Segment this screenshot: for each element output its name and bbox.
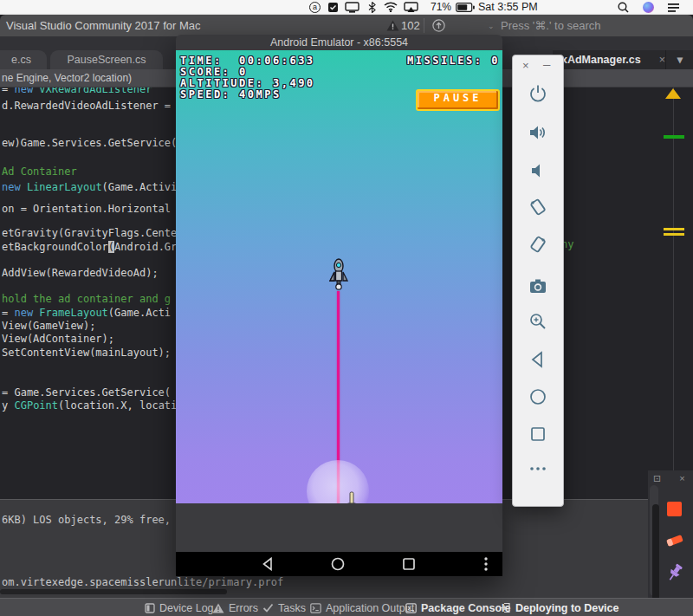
vertical-scrollbar-track[interactable] xyxy=(650,485,658,596)
menubar-clock[interactable]: Sat 3:55 PM xyxy=(478,1,538,13)
orange-square-tool-icon[interactable] xyxy=(667,502,682,516)
siri-icon xyxy=(643,2,654,13)
vs-statusbar: Device Log Errors Tasks Application Outp… xyxy=(0,598,693,616)
hud-score: SCORE: 0 xyxy=(180,66,248,78)
tab-close-icon[interactable]: × xyxy=(659,50,665,69)
android-emulator-window: Android Emulator - x86:5554 TIME: 00:06:… xyxy=(176,35,502,576)
bubble-sprite xyxy=(307,460,369,503)
hud-speed: SPEED: 40MPS xyxy=(180,88,282,101)
rocket-sprite xyxy=(328,258,349,293)
statusbar-deploying[interactable]: Deploying to Device xyxy=(500,599,619,616)
android-back-icon[interactable] xyxy=(261,557,275,571)
launcher-figure-sprite xyxy=(345,490,359,503)
code-line: = new VXRewardAdListener xyxy=(2,87,152,95)
statusbar-package-console[interactable]: Package Console xyxy=(405,599,511,616)
warning-icon[interactable] xyxy=(386,20,399,31)
macos-menubar: a 71% Sat 3:55 PM xyxy=(0,0,693,15)
volume-up-button[interactable] xyxy=(528,122,548,143)
vs-search-field[interactable]: Press '⌘.' to search xyxy=(501,19,601,32)
code-line: ew)Game.Services.GetService( xyxy=(2,137,177,149)
android-menu-dots-icon[interactable] xyxy=(483,556,489,572)
code-line: hold the ad container and g xyxy=(2,293,171,305)
screenshot-button[interactable] xyxy=(528,276,548,297)
code-line: = new FrameLayout(Game.Acti xyxy=(2,307,171,319)
notification-center-icon[interactable] xyxy=(667,1,680,13)
margin-yellow-marker-1[interactable] xyxy=(664,228,684,230)
output-line-gc: 6KB) LOS objects, 29% free, 9MB xyxy=(2,514,176,526)
hud-missiles: MISSILES: 0 xyxy=(407,55,500,67)
statusbar-application-output[interactable]: Application Output xyxy=(310,599,414,616)
update-icon[interactable] xyxy=(432,19,445,32)
terminal-icon xyxy=(405,603,417,613)
android-overview-icon[interactable] xyxy=(402,557,416,571)
margin-warning-triangle-icon[interactable] xyxy=(665,88,681,99)
titlebar-separator xyxy=(424,18,424,33)
overview-button[interactable] xyxy=(528,424,548,444)
horizontal-scrollbar[interactable] xyxy=(0,589,227,594)
code-line: new LinearLayout(Game.Activi xyxy=(2,181,177,193)
tab-dropdown-button[interactable]: ▾ xyxy=(665,50,693,69)
display-icon xyxy=(345,2,359,13)
tab-partial-left[interactable]: e.cs xyxy=(0,50,47,69)
margin-green-marker[interactable] xyxy=(664,135,684,139)
code-line: Ad Container xyxy=(2,165,77,178)
battery-icon xyxy=(456,3,475,12)
code-line: on = Orientation.Horizontal xyxy=(2,203,171,215)
home-button[interactable] xyxy=(528,386,548,407)
emulator-titlebar[interactable]: Android Emulator - x86:5554 xyxy=(176,35,502,50)
tab-pausescreen[interactable]: PauseScreen.cs xyxy=(50,50,163,69)
search-chevron-icon: ⌄ xyxy=(488,22,495,30)
dock-header-icons[interactable]: ⊡ × xyxy=(653,473,693,484)
siri-menu-icon[interactable] xyxy=(643,1,654,13)
terminal-icon xyxy=(310,603,321,613)
statusbar-errors[interactable]: Errors xyxy=(212,599,258,616)
code-line: d.RewardedVideoAdListener = xyxy=(2,100,171,112)
code-line: View(GameView); xyxy=(2,320,95,332)
checkbox-menu-icon[interactable] xyxy=(327,1,339,13)
pin-tool-icon[interactable] xyxy=(666,562,683,583)
emulator-toolbar-panel: × – xyxy=(512,55,564,507)
statusbar-device-log[interactable]: Device Log xyxy=(145,599,214,616)
airplay-menu-icon[interactable] xyxy=(404,1,418,13)
spotlight-menu-icon[interactable] xyxy=(618,1,629,13)
airplay-icon xyxy=(404,2,418,13)
deploy-icon xyxy=(500,602,511,613)
battery-percent: 71% xyxy=(431,1,451,13)
emulator-screen[interactable]: TIME: 00:06:633 SCORE: 0 ALTITIUDE: 3,49… xyxy=(176,50,502,503)
wifi-menu-icon[interactable] xyxy=(384,1,398,13)
panel-close-button[interactable]: × xyxy=(522,59,529,72)
android-home-icon[interactable] xyxy=(331,557,345,571)
rotate-left-button[interactable] xyxy=(528,197,548,217)
bluetooth-icon xyxy=(368,2,376,13)
pause-button[interactable]: PAUSE xyxy=(416,89,500,111)
margin-yellow-marker-2[interactable] xyxy=(664,233,684,236)
code-line: SetContentView(mainLayout); xyxy=(2,347,171,359)
vertical-scrollbar-thumb[interactable] xyxy=(652,504,659,604)
rotate-right-button[interactable] xyxy=(528,234,548,255)
statusbar-tasks[interactable]: Tasks xyxy=(262,599,306,616)
tab-admanager[interactable]: xAdManager.cs × xyxy=(553,50,672,69)
panel-minimize-button[interactable]: – xyxy=(543,56,550,71)
battery-menu-icon[interactable] xyxy=(456,1,475,13)
output-line-profile: om.virtexedge.spacemisslerunlite/primary… xyxy=(2,576,283,588)
volume-down-button[interactable] xyxy=(528,160,548,181)
display-menu-icon[interactable] xyxy=(345,1,359,13)
at-status-icon[interactable]: a xyxy=(309,1,321,13)
more-button[interactable] xyxy=(528,458,548,479)
tasks-check-icon xyxy=(262,603,274,613)
scroll-margin-line xyxy=(673,87,674,499)
errors-warning-icon xyxy=(212,603,224,613)
list-icon xyxy=(667,2,680,12)
eraser-tool-icon[interactable] xyxy=(664,533,685,548)
bluetooth-menu-icon[interactable] xyxy=(368,1,376,13)
search-icon xyxy=(618,2,629,13)
back-button[interactable] xyxy=(528,349,548,370)
warning-count[interactable]: 102 xyxy=(401,19,420,32)
zoom-button[interactable] xyxy=(528,311,548,332)
code-line: AddView(RewardedVideoAd); xyxy=(2,267,159,279)
power-button[interactable] xyxy=(528,83,548,104)
device-log-icon xyxy=(145,603,155,613)
screen: a 71% Sat 3:55 PM xyxy=(0,0,693,616)
hud-time: TIME: 00:06:633 xyxy=(180,55,315,67)
checkbox-icon xyxy=(327,2,339,13)
